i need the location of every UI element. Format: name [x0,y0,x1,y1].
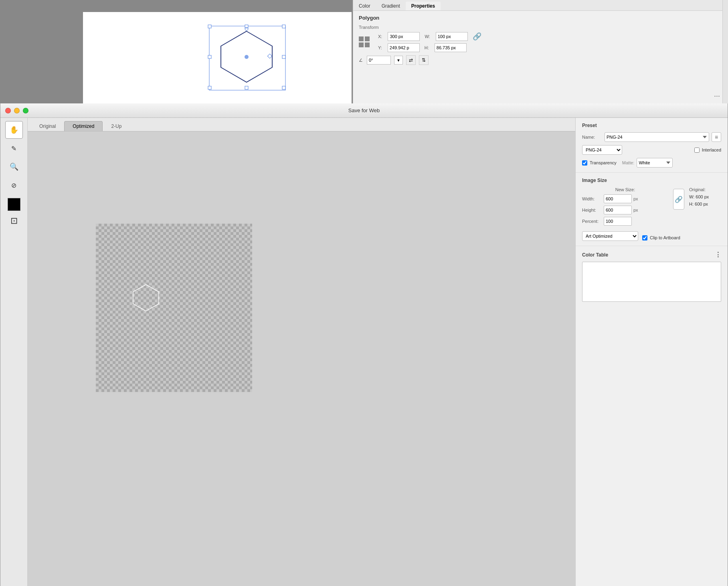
menu-lines-icon: ≡ [715,134,718,140]
svg-point-11 [245,55,249,59]
width-row: Width: px [582,194,668,203]
svg-rect-10 [267,54,272,58]
zoom-tool-btn[interactable]: 🔍 [5,158,23,176]
eyedropper-shape-icon: ✎ [11,145,16,152]
main-content: ✋ ✎ 🔍 ⊘ ⊡ Original Optimized 2-Up [0,118,728,586]
w-input[interactable] [436,32,468,41]
matte-select[interactable]: White Black None Other... [637,158,673,168]
width-input[interactable] [604,194,632,203]
color-table-menu-icon[interactable]: ⋮ [715,251,721,259]
interlaced-checkbox[interactable] [694,148,700,153]
original-h: H: 600 px [689,202,721,206]
h-input[interactable] [435,43,467,52]
original-w: W: 600 px [689,194,721,199]
right-panel: Preset Name: PNG-24 ≡ PNG-24 [575,118,728,586]
hand-tool-btn[interactable]: ✋ [5,121,23,139]
preset-title: Preset [582,123,721,128]
link-proportional-icon[interactable]: 🔗 [473,32,481,41]
left-toolbar: ✋ ✎ 🔍 ⊘ ⊡ [0,118,28,586]
canvas-area-top [0,0,353,103]
original-label: Original: [689,187,721,192]
height-unit: px [633,208,638,212]
tab-optimized[interactable]: Optimized [64,121,103,131]
new-size-label: New Size: [582,187,668,192]
height-input[interactable] [604,206,632,214]
x-input[interactable] [388,32,420,41]
transform-label: Transform [359,25,722,30]
polygon-canvas [207,24,287,100]
interlaced-label: Interlaced [702,148,721,152]
image-size-title: Image Size [582,178,721,183]
format-select[interactable]: PNG-24 [582,145,622,155]
color-table-area [582,262,721,302]
preset-name-row: Name: PNG-24 ≡ [582,132,721,142]
angle-dropdown[interactable]: ▼ [394,56,403,65]
quality-select[interactable]: Art Optimized Bicubic Bilinear Nearest N… [582,231,638,241]
interlaced-row: Interlaced [694,148,721,153]
transparency-checkbox[interactable] [582,160,587,166]
save-for-web-dialog: Save for Web ✋ ✎ 🔍 ⊘ ⊡ [0,103,728,586]
link-icon: 🔗 [675,196,683,203]
flip-vertical-btn[interactable]: ⇅ [419,55,429,65]
hand-icon: ✋ [10,125,18,134]
tab-properties[interactable]: Properties [406,2,441,10]
percent-input[interactable] [604,217,632,226]
color-table-label: Color Table [582,252,608,258]
preview-canvas [28,131,575,586]
flip-horizontal-btn[interactable]: ⇄ [406,55,416,65]
color-swatch[interactable] [8,198,20,211]
clip-to-artboard-label: Clip to Artboard [650,235,680,240]
image-size-section: Image Size New Size: Width: px Height: [576,173,728,246]
y-input[interactable] [388,43,420,52]
tab-gradient[interactable]: Gradient [376,2,406,10]
eyedropper-shape-tool-btn[interactable]: ✎ [5,139,23,157]
shape-type-label: Polygon [359,15,722,21]
title-bar: Save for Web [0,103,728,118]
angle-input[interactable] [367,56,391,65]
height-label: Height: [582,208,602,212]
quality-row: Art Optimized Bicubic Bilinear Nearest N… [582,231,721,241]
eyedropper-tool-btn[interactable]: ⊘ [5,176,23,194]
properties-panel-top: Color Gradient Properties Polygon Transf… [353,0,728,103]
clip-to-artboard-checkbox[interactable] [642,235,647,240]
tab-original[interactable]: Original [31,121,64,131]
width-unit: px [633,196,638,201]
properties-tabs[interactable]: Color Gradient Properties [353,0,728,11]
x-label: X: [378,34,382,39]
y-label: Y: [378,45,382,50]
close-button[interactable] [5,108,11,113]
svg-rect-4 [208,55,211,59]
zoom-icon: 🔍 [10,162,18,171]
matte-label: Matte: [622,160,635,165]
format-interlace-row: PNG-24 Interlaced [582,145,721,155]
checkerboard-area [96,224,252,392]
color-table-title-row: Color Table ⋮ [582,251,721,259]
height-row: Height: px [582,206,668,214]
gamma-btn[interactable]: ⊡ [5,215,23,227]
original-col: Original: W: 600 px H: 600 px [689,187,721,209]
svg-rect-8 [282,86,285,89]
link-dimensions-btn[interactable]: 🔗 [673,189,684,210]
dialog-title: Save for Web [348,107,380,113]
minimize-button[interactable] [14,108,20,113]
svg-rect-1 [208,25,211,28]
hex-shape-preview [130,284,162,312]
preset-name-label: Name: [582,135,602,139]
tab-2up[interactable]: 2-Up [103,121,130,131]
preset-name-select[interactable]: PNG-24 [605,132,709,142]
svg-rect-7 [245,86,248,89]
new-size-col: New Size: Width: px Height: px Perc [582,187,668,228]
svg-rect-3 [282,25,285,28]
preset-menu-btn[interactable]: ≡ [712,132,721,142]
properties-content: Polygon Transform X: W: [353,11,728,69]
width-label: Width: [582,196,602,201]
svg-rect-5 [282,55,285,59]
tab-color[interactable]: Color [353,2,376,10]
more-options-btn[interactable]: ··· [714,92,720,100]
percent-label: Percent: [582,219,602,224]
preview-tabs[interactable]: Original Optimized 2-Up [28,118,575,131]
svg-marker-13 [133,285,159,311]
transparency-label: Transparency [590,160,617,165]
maximize-button[interactable] [23,108,28,113]
angle-label: ∠ [359,58,363,63]
